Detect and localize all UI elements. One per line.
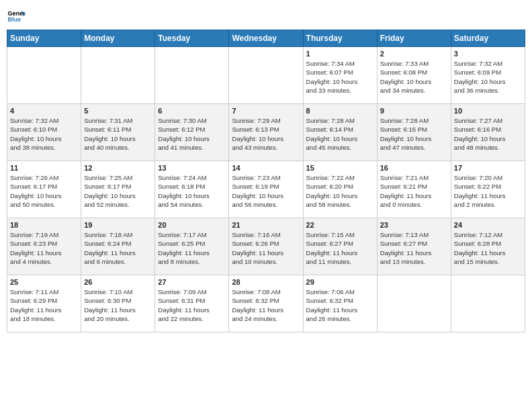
day-info: Sunrise: 7:30 AMSunset: 6:12 PMDaylight:… <box>158 116 226 152</box>
calendar-cell: 14Sunrise: 7:23 AMSunset: 6:19 PMDayligh… <box>229 161 303 218</box>
col-header-wednesday: Wednesday <box>229 30 303 47</box>
day-info: Sunrise: 7:09 AMSunset: 6:31 PMDaylight:… <box>158 287 226 323</box>
day-info: Sunrise: 7:29 AMSunset: 6:13 PMDaylight:… <box>232 116 300 152</box>
day-number: 18 <box>10 221 78 229</box>
calendar-cell: 23Sunrise: 7:13 AMSunset: 6:27 PMDayligh… <box>377 218 451 275</box>
calendar-cell: 28Sunrise: 7:08 AMSunset: 6:32 PMDayligh… <box>229 275 303 332</box>
day-number: 8 <box>306 107 374 115</box>
day-info: Sunrise: 7:25 AMSunset: 6:17 PMDaylight:… <box>84 173 152 209</box>
col-header-saturday: Saturday <box>451 30 525 47</box>
day-number: 26 <box>84 278 152 286</box>
day-number: 24 <box>454 221 522 229</box>
calendar-cell: 17Sunrise: 7:20 AMSunset: 6:22 PMDayligh… <box>451 161 525 218</box>
col-header-sunday: Sunday <box>7 30 81 47</box>
day-number: 29 <box>306 278 374 286</box>
day-info: Sunrise: 7:17 AMSunset: 6:25 PMDaylight:… <box>158 230 226 266</box>
calendar-cell: 21Sunrise: 7:16 AMSunset: 6:26 PMDayligh… <box>229 218 303 275</box>
calendar-cell: 5Sunrise: 7:31 AMSunset: 6:11 PMDaylight… <box>81 104 155 161</box>
day-number: 22 <box>306 221 374 229</box>
calendar-cell: 24Sunrise: 7:12 AMSunset: 6:28 PMDayligh… <box>451 218 525 275</box>
calendar-cell: 2Sunrise: 7:33 AMSunset: 6:08 PMDaylight… <box>377 47 451 104</box>
day-info: Sunrise: 7:08 AMSunset: 6:32 PMDaylight:… <box>232 287 300 323</box>
calendar-cell: 25Sunrise: 7:11 AMSunset: 6:29 PMDayligh… <box>7 275 81 332</box>
calendar-cell: 11Sunrise: 7:26 AMSunset: 6:17 PMDayligh… <box>7 161 81 218</box>
calendar-cell: 10Sunrise: 7:27 AMSunset: 6:16 PMDayligh… <box>451 104 525 161</box>
day-number: 9 <box>380 107 448 115</box>
day-info: Sunrise: 7:28 AMSunset: 6:15 PMDaylight:… <box>380 116 448 152</box>
calendar-cell: 1Sunrise: 7:34 AMSunset: 6:07 PMDaylight… <box>303 47 377 104</box>
day-number: 10 <box>454 107 522 115</box>
calendar-cell: 8Sunrise: 7:28 AMSunset: 6:14 PMDaylight… <box>303 104 377 161</box>
day-info: Sunrise: 7:06 AMSunset: 6:32 PMDaylight:… <box>306 287 374 323</box>
calendar-cell <box>81 47 155 104</box>
day-number: 11 <box>10 164 78 172</box>
day-info: Sunrise: 7:11 AMSunset: 6:29 PMDaylight:… <box>10 287 78 323</box>
day-info: Sunrise: 7:10 AMSunset: 6:30 PMDaylight:… <box>84 287 152 323</box>
day-number: 15 <box>306 164 374 172</box>
calendar-cell: 27Sunrise: 7:09 AMSunset: 6:31 PMDayligh… <box>155 275 229 332</box>
day-info: Sunrise: 7:13 AMSunset: 6:27 PMDaylight:… <box>380 230 448 266</box>
day-info: Sunrise: 7:18 AMSunset: 6:24 PMDaylight:… <box>84 230 152 266</box>
day-number: 20 <box>158 221 226 229</box>
day-info: Sunrise: 7:21 AMSunset: 6:21 PMDaylight:… <box>380 173 448 209</box>
day-number: 16 <box>380 164 448 172</box>
day-number: 4 <box>10 107 78 115</box>
day-number: 14 <box>232 164 300 172</box>
col-header-monday: Monday <box>81 30 155 47</box>
calendar-cell <box>451 275 525 332</box>
calendar-cell: 29Sunrise: 7:06 AMSunset: 6:32 PMDayligh… <box>303 275 377 332</box>
day-number: 17 <box>454 164 522 172</box>
day-number: 27 <box>158 278 226 286</box>
day-info: Sunrise: 7:19 AMSunset: 6:23 PMDaylight:… <box>10 230 78 266</box>
calendar-cell: 15Sunrise: 7:22 AMSunset: 6:20 PMDayligh… <box>303 161 377 218</box>
day-info: Sunrise: 7:22 AMSunset: 6:20 PMDaylight:… <box>306 173 374 209</box>
calendar-cell: 7Sunrise: 7:29 AMSunset: 6:13 PMDaylight… <box>229 104 303 161</box>
calendar-cell: 3Sunrise: 7:32 AMSunset: 6:09 PMDaylight… <box>451 47 525 104</box>
day-number: 19 <box>84 221 152 229</box>
day-info: Sunrise: 7:20 AMSunset: 6:22 PMDaylight:… <box>454 173 522 209</box>
calendar-cell: 19Sunrise: 7:18 AMSunset: 6:24 PMDayligh… <box>81 218 155 275</box>
day-info: Sunrise: 7:31 AMSunset: 6:11 PMDaylight:… <box>84 116 152 152</box>
calendar-cell: 13Sunrise: 7:24 AMSunset: 6:18 PMDayligh… <box>155 161 229 218</box>
day-number: 6 <box>158 107 226 115</box>
day-number: 12 <box>84 164 152 172</box>
calendar-cell: 4Sunrise: 7:32 AMSunset: 6:10 PMDaylight… <box>7 104 81 161</box>
day-number: 25 <box>10 278 78 286</box>
day-info: Sunrise: 7:32 AMSunset: 6:10 PMDaylight:… <box>10 116 78 152</box>
calendar-cell: 20Sunrise: 7:17 AMSunset: 6:25 PMDayligh… <box>155 218 229 275</box>
col-header-thursday: Thursday <box>303 30 377 47</box>
calendar-cell <box>7 47 81 104</box>
day-number: 1 <box>306 50 374 58</box>
day-info: Sunrise: 7:34 AMSunset: 6:07 PMDaylight:… <box>306 59 374 95</box>
calendar-cell: 18Sunrise: 7:19 AMSunset: 6:23 PMDayligh… <box>7 218 81 275</box>
day-info: Sunrise: 7:23 AMSunset: 6:19 PMDaylight:… <box>232 173 300 209</box>
calendar-cell: 9Sunrise: 7:28 AMSunset: 6:15 PMDaylight… <box>377 104 451 161</box>
day-number: 7 <box>232 107 300 115</box>
day-info: Sunrise: 7:24 AMSunset: 6:18 PMDaylight:… <box>158 173 226 209</box>
day-number: 3 <box>454 50 522 58</box>
day-number: 28 <box>232 278 300 286</box>
svg-text:Blue: Blue <box>7 16 21 23</box>
day-number: 21 <box>232 221 300 229</box>
logo: General Blue <box>7 7 28 26</box>
calendar-cell <box>155 47 229 104</box>
day-number: 2 <box>380 50 448 58</box>
day-info: Sunrise: 7:26 AMSunset: 6:17 PMDaylight:… <box>10 173 78 209</box>
col-header-tuesday: Tuesday <box>155 30 229 47</box>
calendar-cell: 16Sunrise: 7:21 AMSunset: 6:21 PMDayligh… <box>377 161 451 218</box>
day-info: Sunrise: 7:16 AMSunset: 6:26 PMDaylight:… <box>232 230 300 266</box>
day-number: 13 <box>158 164 226 172</box>
day-number: 23 <box>380 221 448 229</box>
day-info: Sunrise: 7:33 AMSunset: 6:08 PMDaylight:… <box>380 59 448 95</box>
calendar-cell <box>229 47 303 104</box>
header: General Blue <box>7 7 525 26</box>
calendar-cell: 22Sunrise: 7:15 AMSunset: 6:27 PMDayligh… <box>303 218 377 275</box>
day-info: Sunrise: 7:27 AMSunset: 6:16 PMDaylight:… <box>454 116 522 152</box>
day-info: Sunrise: 7:28 AMSunset: 6:14 PMDaylight:… <box>306 116 374 152</box>
day-info: Sunrise: 7:32 AMSunset: 6:09 PMDaylight:… <box>454 59 522 95</box>
calendar-cell: 6Sunrise: 7:30 AMSunset: 6:12 PMDaylight… <box>155 104 229 161</box>
day-info: Sunrise: 7:15 AMSunset: 6:27 PMDaylight:… <box>306 230 374 266</box>
day-info: Sunrise: 7:12 AMSunset: 6:28 PMDaylight:… <box>454 230 522 266</box>
calendar-cell: 12Sunrise: 7:25 AMSunset: 6:17 PMDayligh… <box>81 161 155 218</box>
calendar-cell: 26Sunrise: 7:10 AMSunset: 6:30 PMDayligh… <box>81 275 155 332</box>
